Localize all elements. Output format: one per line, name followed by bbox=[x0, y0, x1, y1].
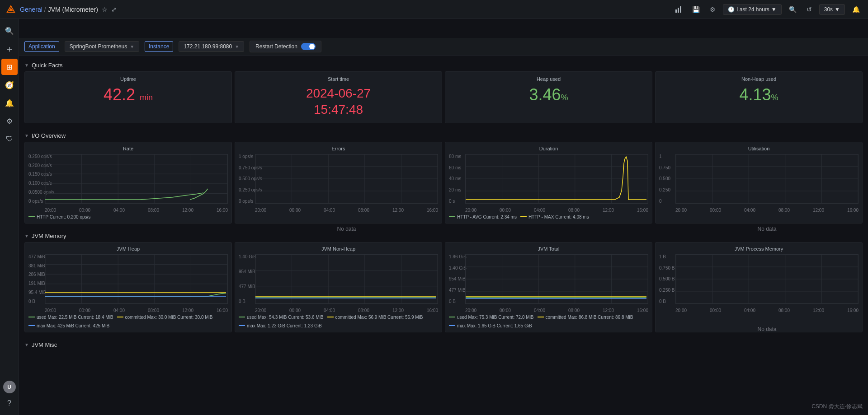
jvm-total-y-labels: 1.86 GiB 1.40 GiB 954 MiB 477 MiB 0 B bbox=[449, 254, 467, 304]
duration-chart-title: Duration bbox=[449, 146, 648, 151]
total-committed-color bbox=[538, 317, 544, 317]
utilisation-chart-svg bbox=[676, 154, 858, 203]
heap-committed-color bbox=[117, 317, 123, 317]
refresh-rate-button[interactable]: 30s ▼ bbox=[819, 4, 845, 15]
jvm-memory-label: JVM Memory bbox=[32, 233, 66, 239]
sidebar-icon-add[interactable]: ＋ bbox=[1, 41, 18, 57]
io-overview-section: ▼ I/O Overview Rate 0.250 ops/s 0.200 op… bbox=[19, 126, 868, 224]
quick-facts-header[interactable]: ▼ Quick Facts bbox=[24, 59, 863, 71]
restart-detection-label: Restart Detection bbox=[255, 43, 297, 50]
jvm-non-heap-grid bbox=[255, 254, 438, 304]
jvm-non-heap-area: 1.40 GiB 954 MiB 477 MiB 0 B bbox=[239, 254, 438, 313]
uptime-value: 42.2 min bbox=[31, 85, 225, 104]
jvm-memory-chevron: ▼ bbox=[24, 233, 29, 238]
settings-button[interactable]: ⚙ bbox=[707, 4, 718, 15]
io-charts-row: Rate 0.250 ops/s 0.200 ops/s 0.150 ops/s… bbox=[24, 142, 863, 224]
uptime-title: Uptime bbox=[31, 76, 225, 82]
jvm-heap-footer: used Max: 22.5 MiB Current: 18.4 MiB com… bbox=[28, 313, 228, 328]
breadcrumb-current: JVM (Micrometer) bbox=[48, 6, 98, 13]
start-time-value: 2024-06-27 15:47:48 bbox=[241, 85, 435, 118]
heap-used-legend: used Max: 22.5 MiB Current: 18.4 MiB bbox=[37, 315, 113, 320]
sidebar: 🔍 ＋ ⊞ 🧭 🔔 ⚙ 🛡 U ? bbox=[0, 19, 19, 369]
jvm-total-x-labels: 20:00 00:00 04:00 08:00 12:00 16:00 bbox=[465, 308, 648, 313]
duration-chart-area: 80 ms 60 ms 40 ms 20 ms 0 s bbox=[449, 154, 648, 213]
jvm-non-heap-card: JVM Non-Heap 1.40 GiB 954 MiB 477 MiB 0 … bbox=[235, 242, 442, 332]
jvm-process-memory-area: 1 B 0.750 B 0.500 B 0.250 B 0 B bbox=[659, 254, 859, 313]
sidebar-icon-alerts[interactable]: 🔔 bbox=[1, 95, 18, 111]
refresh-button[interactable]: ↺ bbox=[804, 4, 815, 15]
non-heap-used-color bbox=[239, 317, 245, 317]
jvm-heap-title: JVM Heap bbox=[28, 246, 228, 252]
time-range-button[interactable]: 🕐 Last 24 hours ▼ bbox=[723, 4, 782, 15]
top-bar-left: General / JVM (Micrometer) ☆ ⤢ bbox=[5, 4, 117, 15]
jvm-non-heap-footer: used Max: 54.3 MiB Current: 53.6 MiB com… bbox=[239, 313, 438, 328]
sidebar-icon-search[interactable]: 🔍 bbox=[1, 23, 18, 39]
application-label: Application bbox=[24, 41, 59, 52]
non-heap-committed-color bbox=[327, 317, 334, 317]
notifications-button[interactable]: 🔔 bbox=[849, 4, 863, 15]
jvm-heap-svg bbox=[45, 255, 227, 303]
duration-chart-grid bbox=[465, 154, 648, 204]
heap-used-value: 3.46% bbox=[452, 85, 646, 104]
non-heap-used-card: Non-Heap used 4.13% bbox=[655, 71, 863, 123]
duration-max-text: HTTP - MAX Current: 4.08 ms bbox=[528, 214, 589, 219]
restart-detection-toggle[interactable] bbox=[301, 43, 316, 50]
sidebar-icon-dashboards[interactable]: ⊞ bbox=[1, 59, 18, 75]
jvm-non-heap-x-labels: 20:00 00:00 04:00 08:00 12:00 16:00 bbox=[255, 308, 438, 313]
share-icon[interactable]: ⤢ bbox=[111, 6, 117, 13]
quick-facts-chevron: ▼ bbox=[24, 63, 29, 68]
breadcrumb: General / JVM (Micrometer) bbox=[20, 6, 98, 13]
breadcrumb-parent[interactable]: General bbox=[20, 6, 42, 13]
heap-max-legend: max Max: 425 MiB Current: 425 MiB bbox=[37, 323, 109, 328]
jvm-process-svg bbox=[676, 255, 858, 303]
duration-max-color bbox=[520, 216, 527, 217]
jvm-total-card: JVM Total 1.86 GiB 1.40 GiB 954 MiB 477 … bbox=[445, 242, 652, 332]
heap-used-title: Heap used bbox=[452, 76, 646, 82]
total-committed-legend: committed Max: 86.8 MiB Current: 86.8 Mi… bbox=[546, 315, 633, 320]
utilisation-chart-area: 1 0.750 0.500 0.250 0 bbox=[659, 154, 859, 213]
jvm-misc-label: JVM Misc bbox=[32, 341, 57, 348]
save-dashboard-button[interactable]: 💾 bbox=[689, 4, 703, 15]
refresh-rate-label: 30s bbox=[824, 6, 833, 13]
sidebar-icon-settings[interactable]: ⚙ bbox=[1, 113, 18, 129]
jvm-process-y-labels: 1 B 0.750 B 0.500 B 0.250 B 0 B bbox=[659, 254, 675, 304]
zoom-out-button[interactable]: 🔍 bbox=[786, 4, 799, 15]
rate-chart-svg bbox=[45, 154, 227, 203]
jvm-heap-area: 477 MiB 381 MiB 286 MiB 191 MiB 95.4 MiB… bbox=[28, 254, 228, 313]
app-logo bbox=[5, 4, 16, 15]
heap-max-color bbox=[28, 325, 35, 326]
start-time-title: Start time bbox=[241, 76, 435, 82]
io-overview-label: I/O Overview bbox=[32, 132, 66, 139]
non-heap-used-legend: used Max: 54.3 MiB Current: 53.6 MiB bbox=[247, 315, 324, 320]
restart-detection-button[interactable]: Restart Detection bbox=[250, 41, 321, 52]
utilisation-chart-grid: No data bbox=[675, 154, 859, 204]
quick-facts-section: ▼ Quick Facts Uptime 42.2 min Start time… bbox=[19, 56, 868, 123]
jvm-heap-grid bbox=[45, 254, 228, 304]
start-time-card: Start time 2024-06-27 15:47:48 bbox=[235, 71, 442, 123]
jvm-process-x-labels: 20:00 00:00 04:00 08:00 12:00 16:00 bbox=[675, 308, 859, 313]
star-icon[interactable]: ☆ bbox=[102, 6, 108, 13]
top-bar-right: 💾 ⚙ 🕐 Last 24 hours ▼ 🔍 ↺ 30s ▼ 🔔 bbox=[672, 4, 863, 15]
non-heap-max-color bbox=[239, 325, 245, 326]
non-heap-max-legend: max Max: 1.23 GiB Current: 1.23 GiB bbox=[247, 323, 322, 328]
errors-chart-area: 1 ops/s 0.750 ops/s 0.500 ops/s 0.250 op… bbox=[239, 154, 438, 213]
errors-chart-card: Errors 1 ops/s 0.750 ops/s 0.500 ops/s 0… bbox=[235, 142, 442, 224]
instance-dropdown[interactable]: 172.21.180.99:8080 ▼ bbox=[179, 41, 244, 52]
sidebar-icon-shield[interactable]: 🛡 bbox=[1, 131, 18, 147]
chart-type-button[interactable] bbox=[672, 4, 685, 15]
duration-avg-text: HTTP - AVG Current: 2.34 ms bbox=[457, 214, 517, 219]
jvm-total-svg bbox=[466, 255, 648, 303]
rate-chart-card: Rate 0.250 ops/s 0.200 ops/s 0.150 ops/s… bbox=[24, 142, 232, 224]
heap-committed-legend: committed Max: 30.0 MiB Current: 30.0 Mi… bbox=[125, 315, 213, 320]
duration-chart-footer: HTTP - AVG Current: 2.34 ms HTTP - MAX C… bbox=[449, 213, 648, 219]
duration-chart-card: Duration 80 ms 60 ms 40 ms 20 ms 0 s bbox=[445, 142, 652, 224]
jvm-memory-charts-row: JVM Heap 477 MiB 381 MiB 286 MiB 191 MiB… bbox=[24, 242, 863, 332]
rate-chart-footer: HTTP Current: 0.200 ops/s bbox=[28, 213, 228, 219]
io-overview-header[interactable]: ▼ I/O Overview bbox=[24, 130, 863, 142]
rate-chart-grid bbox=[45, 154, 228, 204]
application-dropdown[interactable]: SpringBoot Prometheus ▼ bbox=[65, 41, 139, 52]
rate-chart-area: 0.250 ops/s 0.200 ops/s 0.150 ops/s 0.10… bbox=[28, 154, 228, 213]
time-range-arrow: ▼ bbox=[771, 6, 777, 13]
sidebar-icon-explore[interactable]: 🧭 bbox=[1, 77, 18, 93]
non-heap-used-title: Non-Heap used bbox=[662, 76, 856, 82]
